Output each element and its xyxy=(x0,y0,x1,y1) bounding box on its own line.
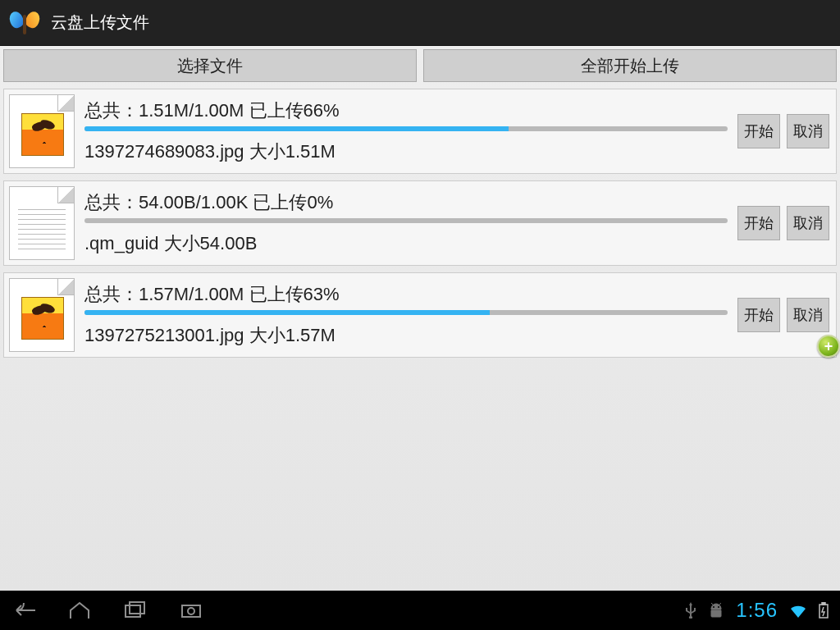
upload-progress-bar xyxy=(84,218,728,223)
start-button[interactable]: 开始 xyxy=(737,298,780,332)
upload-item-buttons: 开始 取消 xyxy=(737,114,829,148)
svg-point-5 xyxy=(718,606,719,608)
upload-progress-fill xyxy=(84,310,490,315)
upload-item: 总共：1.57M/1.00M 已上传63% 1397275213001.jpg … xyxy=(3,272,837,358)
svg-point-3 xyxy=(188,608,194,614)
upload-progress-fill xyxy=(84,126,509,131)
battery-charging-icon xyxy=(819,602,829,619)
home-icon[interactable] xyxy=(67,600,92,620)
upload-item: 总共：1.51M/1.00M 已上传66% 1397274689083.jpg … xyxy=(3,89,837,174)
file-thumbnail-image xyxy=(9,94,75,168)
cancel-button[interactable]: 取消 xyxy=(787,114,829,148)
svg-rect-6 xyxy=(819,605,828,618)
file-thumbnail-image xyxy=(9,278,75,352)
upload-item-info: 总共：1.57M/1.00M 已上传63% 1397275213001.jpg … xyxy=(84,282,728,348)
upload-list: 总共：1.51M/1.00M 已上传66% 1397274689083.jpg … xyxy=(0,89,840,591)
upload-file-text: .qm_guid 大小54.00B xyxy=(84,231,728,256)
start-button[interactable]: 开始 xyxy=(737,206,780,240)
toolbar: 选择文件 全部开始上传 xyxy=(0,46,840,89)
back-icon[interactable] xyxy=(11,600,36,620)
upload-file-text: 1397274689083.jpg 大小1.51M xyxy=(84,139,728,164)
floating-add-button[interactable]: + xyxy=(817,335,840,358)
system-nav-bar: 1:56 xyxy=(0,591,840,630)
wifi-icon xyxy=(789,603,807,618)
android-icon xyxy=(708,603,724,618)
upload-progress-bar xyxy=(84,310,728,315)
file-thumbnail-text xyxy=(9,186,75,260)
page-title: 云盘上传文件 xyxy=(51,11,149,34)
status-clock: 1:56 xyxy=(736,599,778,622)
screenshot-icon[interactable] xyxy=(179,600,203,620)
upload-item-buttons: 开始 取消 xyxy=(737,298,829,332)
upload-progress-text: 总共：1.57M/1.00M 已上传63% xyxy=(84,282,728,307)
start-button[interactable]: 开始 xyxy=(737,114,780,148)
upload-progress-text: 总共：54.00B/1.00K 已上传0% xyxy=(84,190,728,215)
status-tray: 1:56 xyxy=(685,599,829,622)
app-icon xyxy=(8,7,41,39)
upload-progress-bar xyxy=(84,126,728,131)
svg-rect-1 xyxy=(130,602,144,614)
upload-item-info: 总共：54.00B/1.00K 已上传0% .qm_guid 大小54.00B xyxy=(84,190,728,256)
usb-icon xyxy=(685,602,696,619)
recents-icon[interactable] xyxy=(123,600,148,620)
upload-item-info: 总共：1.51M/1.00M 已上传66% 1397274689083.jpg … xyxy=(84,98,728,164)
svg-rect-7 xyxy=(822,603,825,605)
cancel-button[interactable]: 取消 xyxy=(787,206,829,240)
start-all-button[interactable]: 全部开始上传 xyxy=(423,49,837,82)
svg-rect-0 xyxy=(126,605,140,617)
upload-item: 总共：54.00B/1.00K 已上传0% .qm_guid 大小54.00B … xyxy=(3,180,837,266)
upload-file-text: 1397275213001.jpg 大小1.57M xyxy=(84,323,728,348)
cancel-button[interactable]: 取消 xyxy=(787,298,829,332)
content-area: 选择文件 全部开始上传 总共：1.51M/1.00M 已上传66% 139727… xyxy=(0,46,840,591)
action-bar: 云盘上传文件 xyxy=(0,0,840,46)
upload-progress-text: 总共：1.51M/1.00M 已上传66% xyxy=(84,98,728,123)
select-files-button[interactable]: 选择文件 xyxy=(3,49,417,82)
upload-item-buttons: 开始 取消 xyxy=(737,206,829,240)
svg-point-4 xyxy=(713,606,714,608)
